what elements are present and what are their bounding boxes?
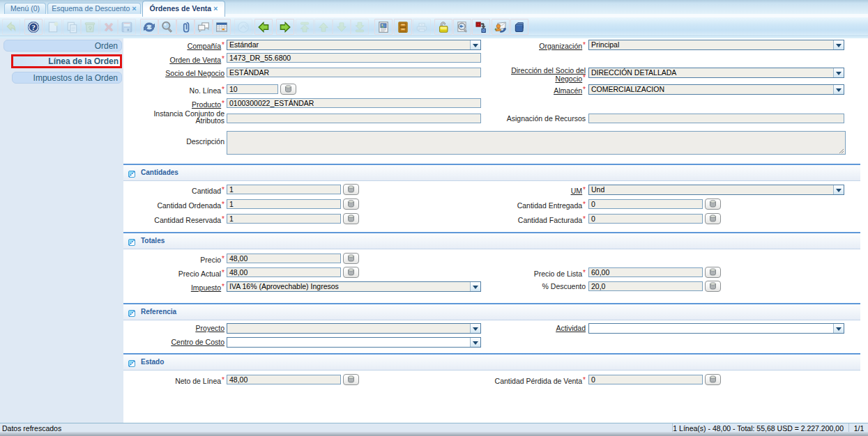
svg-text:?: ?	[31, 23, 36, 31]
